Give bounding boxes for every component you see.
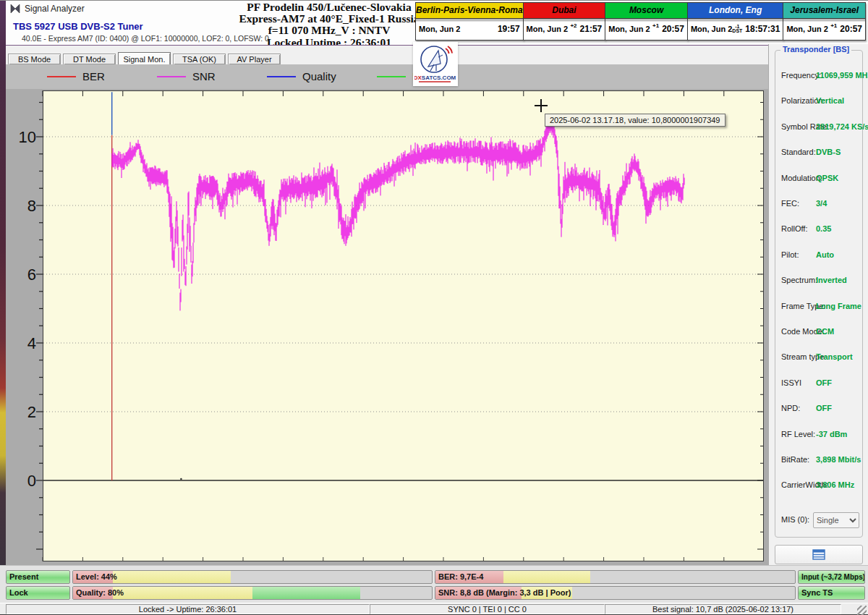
clock-utc-offset: +2 <box>570 22 576 29</box>
clock-time: 19:57 <box>498 24 520 34</box>
transponder-row-polarization: Polarization:Vertical <box>775 96 864 108</box>
clock-date: Mon, Jun 2 <box>691 25 732 33</box>
clock-time: 20:57 <box>662 24 684 34</box>
field-value: 3/4 <box>816 199 827 208</box>
statusbar-cell-2: SYNC 0 | TEI 0 | CC 0 <box>370 604 605 614</box>
field-value: 0.35 <box>816 224 831 233</box>
field-value: DVB-S <box>816 148 841 156</box>
transponder-groupbox: Transponder [BS] Frequency:11069,959 MHz… <box>775 50 863 538</box>
tab-av-player[interactable]: AV Player <box>228 54 281 65</box>
meter-input-3-72-mbps: Input (~3,72 Mbps) <box>798 570 865 584</box>
clock-utc-offset: +1 <box>652 22 659 29</box>
field-value: Long Frame <box>816 302 861 310</box>
resize-grip[interactable] <box>857 606 867 615</box>
meter-level: Level: 44% <box>72 570 433 584</box>
clock-panel-dubai: DubaiMon, Jun 2+221:57 <box>523 2 606 41</box>
clock-date: Mon, Jun 2 <box>608 25 650 33</box>
field-value: Inverted <box>816 276 847 284</box>
transponder-row-rolloff: RollOff:0.35 <box>775 224 864 236</box>
chart-panel: BERSNRQualityLevel 0246810 2025-06-02 13… <box>6 64 768 565</box>
meter-label: Quality: 80% <box>76 588 124 597</box>
meter-present: Present <box>6 570 70 584</box>
clock-city-name: Dubai <box>524 3 605 19</box>
y-axis-label: 8 <box>27 197 36 215</box>
meter-segment-yellow <box>113 587 252 599</box>
clock-utc-offset: +1 <box>830 22 837 29</box>
meter-sync-ts: Sync TS <box>798 586 865 600</box>
field-value: 3,806 MHz <box>816 480 854 489</box>
clock-city-name: Jerusalem-Israel <box>783 3 865 19</box>
field-value: 3,898 Mbit/s <box>816 455 861 464</box>
transponder-row-code-mode: Code Mode:CCM <box>775 327 864 339</box>
transponder-row-modulation: Modulation:QPSK <box>775 174 864 185</box>
groupbox-title: Transponder [BS] <box>780 45 851 54</box>
signal-chart: 0246810 <box>6 64 768 565</box>
transponder-row-standard: Standard:DVB-S <box>775 148 864 159</box>
clock-time-row: Mon, Jun 219:57 <box>416 19 523 39</box>
field-value: 11069,959 MHz <box>816 71 868 80</box>
field-value: Vertical <box>816 96 844 105</box>
clock-time-row: Mon, Jun 2+120:57 <box>783 19 865 39</box>
transponder-row-carrierwidth: CarrierWidth:3,806 MHz <box>775 480 864 492</box>
field-value: OFF <box>816 404 832 412</box>
meter-lock: Lock <box>6 586 70 600</box>
clock-city-name: London, Eng <box>688 3 783 19</box>
field-value: -37 dBm <box>816 430 847 438</box>
transponder-row-bitrate: BitRate:3,898 Mbit/s <box>775 455 864 467</box>
transponder-row-frame-type: Frame Type:Long Frame <box>775 302 864 313</box>
ts-tool-button[interactable] <box>775 545 863 564</box>
meter-segment-yellow <box>113 571 231 583</box>
transponder-row-rf-level: RF Level:-37 dBm <box>775 430 864 441</box>
world-clocks: Berlin-Paris-Vienna-RomaMon, Jun 219:57D… <box>416 2 866 41</box>
field-value: Transport <box>816 352 853 361</box>
mis-label: MIS (0): <box>781 515 809 524</box>
clock-time-row: Mon, Jun 2-1DST18:57:31 <box>688 19 783 39</box>
clock-time: 20:57 <box>840 24 862 34</box>
transponder-row-npd: NPD:OFF <box>775 404 864 415</box>
clock-city-name: Moscow <box>605 3 687 19</box>
tab-dt-mode[interactable]: DT Mode <box>63 54 116 65</box>
meter-label: Level: 44% <box>76 572 117 581</box>
meter-ber: BER: 9,7E-4 <box>435 570 796 584</box>
transponder-row-frequency: Frequency:11069,959 MHz <box>775 71 864 82</box>
meter-snr: SNR: 8,8 dB (Margin: 3,3 dB | Poor) <box>435 586 796 600</box>
app-icon <box>10 4 20 17</box>
field-label: Spectrum: <box>781 276 817 284</box>
y-axis-label: 10 <box>19 128 36 146</box>
sidebar: Transponder [BS] Frequency:11069,959 MHz… <box>768 44 868 565</box>
table-icon <box>812 549 825 560</box>
clock-panel-berlin-paris-vienna-roma: Berlin-Paris-Vienna-RomaMon, Jun 219:57 <box>415 2 524 41</box>
clock-date: Mon, Jun 2 <box>419 25 460 33</box>
meter-label: BER: 9,7E-4 <box>438 572 483 581</box>
transponder-row-symbol-rate: Symbol Rate:2819,724 KS/s <box>775 122 864 134</box>
meter-label: Input (~3,72 Mbps) <box>801 573 865 581</box>
clock-time: 18:57:31 <box>745 24 780 34</box>
meter-quality: Quality: 80% <box>72 586 433 600</box>
clock-date: Mon, Jun 2 <box>527 25 568 33</box>
mis-select[interactable]: Single <box>813 512 859 528</box>
meter-label: Lock <box>9 588 28 597</box>
statusbar-cell-1: Locked -> Uptime: 26:36:01 <box>6 604 370 614</box>
transponder-row-pilot: Pilot:Auto <box>775 250 864 262</box>
clock-date: Mon, Jun 2 <box>786 25 827 33</box>
crosshair-cursor-icon <box>535 99 548 112</box>
clock-city-name: Berlin-Paris-Vienna-Roma <box>416 3 523 19</box>
statusbar-cell-3: Best signal: 10,7 dB (2025-06-02 13:17) <box>605 604 841 614</box>
y-axis-label: 2 <box>27 403 36 421</box>
tab-bs-mode[interactable]: BS Mode <box>8 54 61 65</box>
tab-tsa-ok[interactable]: TSA (OK) <box>173 54 226 65</box>
meter-label: Sync TS <box>801 588 833 597</box>
field-value: CCM <box>816 327 834 336</box>
field-label: FEC: <box>781 199 799 208</box>
transponder-row-stream-type: Stream type:Transport <box>775 352 864 364</box>
dxsatcs-logo: DXSATCS.COM <box>413 42 458 86</box>
satellite-dish-icon: DXSATCS.COM <box>414 43 456 85</box>
clock-time-row: Mon, Jun 2+221:57 <box>524 19 605 39</box>
clock-time: 21:57 <box>580 24 603 34</box>
field-label: Frequency: <box>781 71 821 80</box>
y-axis-label: 0 <box>27 472 36 490</box>
chart-tooltip: 2025-06-02 13.17.18, value: 10,800000190… <box>545 114 726 127</box>
field-value: 2819,724 KS/s <box>816 122 868 131</box>
field-label: NPD: <box>781 404 800 412</box>
field-value: Auto <box>816 250 834 259</box>
